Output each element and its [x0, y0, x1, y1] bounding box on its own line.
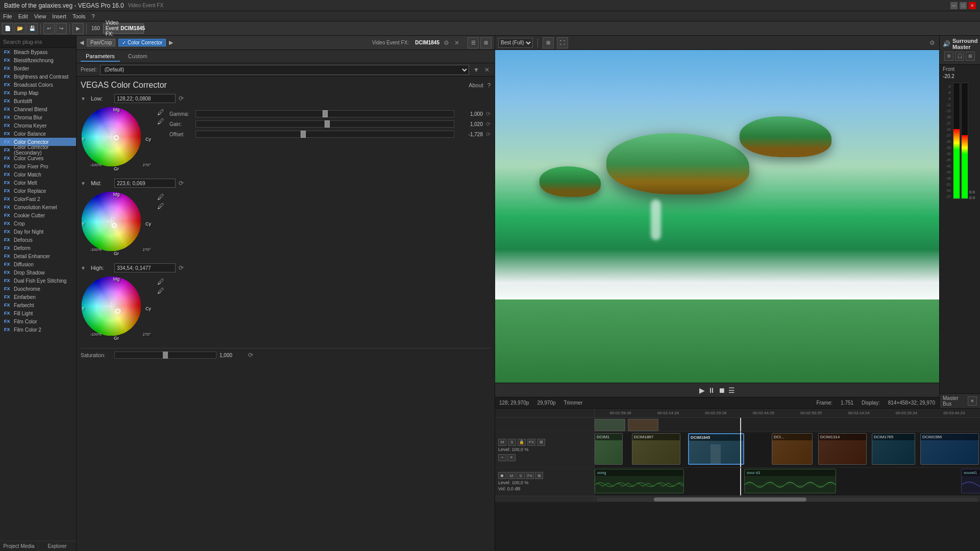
surround-settings-button[interactable]: ⚙ [944, 52, 953, 61]
saturation-slider[interactable] [114, 352, 216, 359]
cc-mid-eyedropper-bottom-button[interactable]: 🖊 [157, 202, 164, 210]
offset-slider[interactable] [195, 131, 454, 138]
fx-item-film-color[interactable]: FXFilm Color [0, 317, 76, 325]
video-track-fx-button[interactable]: FX [527, 439, 535, 446]
undo-button[interactable]: ↩ [43, 23, 55, 34]
fx-item-convolution-kernel[interactable]: FXConvolution Kernel [0, 203, 76, 211]
vfx-back-button[interactable]: ◀ [80, 39, 84, 46]
surround-config-button[interactable]: ⊞ [966, 52, 975, 61]
vfx-list-view-button[interactable]: ☰ [468, 37, 479, 48]
vfx-close-button[interactable]: ✕ [453, 39, 460, 46]
fx-item-colorfast-2[interactable]: FXColorFast 2 [0, 195, 76, 203]
cc-low-color-wheel[interactable] [81, 106, 142, 167]
video-track-comp-button[interactable]: ⊞ [537, 439, 545, 446]
timeline-scrollbar[interactable] [495, 496, 980, 502]
preview-area[interactable] [495, 50, 939, 383]
vfx-forward-button[interactable]: ▶ [169, 39, 173, 46]
fx-item-broadcast-colors[interactable]: FXBroadcast Colors [0, 81, 76, 89]
quality-select[interactable]: Best (Full) [498, 38, 533, 48]
audio-clip-sourd1[interactable]: sour d1 [744, 469, 836, 493]
cc-low-value-input[interactable] [114, 94, 176, 103]
loop-button[interactable]: ☰ [728, 386, 735, 394]
fx-item-diffusion[interactable]: FXDiffusion [0, 260, 76, 268]
color-corrector-button[interactable]: ✓ Color Corrector [118, 39, 166, 46]
clip-dcim1314[interactable]: DCIM1314 [818, 433, 867, 465]
audio-track-fx-button[interactable]: FX [526, 472, 534, 479]
fx-item-duochrome[interactable]: FXDuochrome [0, 285, 76, 293]
cc-high-collapse[interactable]: ▼ [81, 265, 86, 271]
stop-button[interactable]: ⏹ [718, 386, 725, 394]
fx-item-chroma-keyer[interactable]: FXChroma Keyer [0, 121, 76, 130]
cc-low-eyedropper-bottom-button[interactable]: 🖊 [157, 117, 164, 126]
fx-item-color-replace[interactable]: FXColor Replace [0, 187, 76, 195]
gamma-reset-button[interactable]: ⟳ [486, 111, 491, 117]
cc-mid-reset-button[interactable]: ⟳ [179, 180, 184, 187]
fx-item-brightness-and-contrast[interactable]: FXBrightness and Contrast [0, 72, 76, 81]
timeline-scrollbar-thumb[interactable] [654, 497, 806, 502]
cc-about-button[interactable]: About [469, 82, 483, 88]
clip-dcim1765[interactable]: DCIM1765 [872, 433, 915, 465]
cc-mid-value-input[interactable] [114, 179, 176, 188]
fx-search-input[interactable] [0, 36, 76, 48]
clip-dcim1845[interactable]: DCIM1845 [688, 433, 744, 465]
preview-fullscreen-button[interactable]: ⛶ [557, 37, 568, 48]
redo-button[interactable]: ↪ [56, 23, 67, 34]
audio-track-solo-button[interactable]: S [517, 472, 525, 479]
audio-clip-song[interactable]: song [595, 469, 684, 493]
preview-settings-button[interactable]: ⚙ [928, 39, 936, 46]
fx-item-deform[interactable]: FXDeform [0, 244, 76, 252]
video-track-solo-button[interactable]: S [508, 439, 516, 446]
menu-view[interactable]: View [34, 13, 46, 19]
clip-dcim1867[interactable]: DCIM1867 [632, 433, 680, 465]
minimize-button[interactable]: ─ [950, 2, 958, 9]
fx-item-farbecht[interactable]: FXFarbecht [0, 301, 76, 309]
saturation-reset-button[interactable]: ⟳ [248, 352, 253, 359]
preview-split-button[interactable]: ⊞ [543, 37, 554, 48]
surround-headphones-button[interactable]: 🎧 [955, 52, 964, 61]
tab-custom[interactable]: Custom [123, 52, 153, 62]
cc-high-reset-button[interactable]: ⟳ [179, 264, 184, 271]
cc-mid-eyedropper-top-button[interactable]: 🖊 [157, 193, 164, 201]
fx-item-cookie-cutter[interactable]: FXCookie Cutter [0, 211, 76, 219]
fx-item-channel-blend[interactable]: FXChannel Blend [0, 105, 76, 113]
menu-help[interactable]: ? [92, 13, 95, 19]
preset-close-button[interactable]: ✕ [483, 66, 491, 73]
audio-track-record-button[interactable]: ⏺ [498, 472, 506, 479]
cc-high-color-wheel[interactable] [81, 276, 142, 337]
timeline-scrollbar-track[interactable] [597, 497, 978, 502]
fx-item-color-balance[interactable]: FXColor Balance [0, 130, 76, 138]
tab-project-media[interactable]: Project Media [0, 541, 38, 551]
menu-edit[interactable]: Edit [18, 13, 28, 19]
render-button[interactable]: ▶ [72, 23, 84, 34]
cc-high-value-input[interactable] [114, 263, 176, 272]
offset-reset-button[interactable]: ⟳ [486, 131, 491, 138]
fx-item-bump-map[interactable]: FXBump Map [0, 89, 76, 97]
fx-item-color-corrector-(secondary)[interactable]: FXColor Corrector (Secondary) [0, 146, 76, 154]
fx-item-bleach-bypass[interactable]: FXBleach Bypass [0, 48, 76, 56]
fx-item-einfarben[interactable]: FXEinfarben [0, 293, 76, 301]
tab-parameters[interactable]: Parameters [81, 52, 120, 62]
menu-tools[interactable]: Tools [72, 13, 86, 19]
play-button[interactable]: ▶ [699, 386, 705, 394]
video-track-content[interactable]: DCIM1 DCIM1867 DCIM1845 DCI... DCIM1314 [595, 432, 980, 467]
thumbnail-track-content[interactable] [595, 418, 980, 432]
save-button[interactable]: 💾 [27, 23, 38, 34]
tab-explorer[interactable]: Explorer [38, 541, 76, 551]
clip-dci[interactable]: DCI... [772, 433, 813, 465]
clip-1[interactable]: DCIM1 [595, 433, 623, 465]
close-button[interactable]: ✕ [969, 2, 976, 9]
fx-item-chroma-blur[interactable]: FXChroma Blur [0, 113, 76, 121]
audio-clip-sound1[interactable]: sound1 [961, 469, 980, 493]
video-track-lock-button[interactable]: 🔒 [518, 439, 526, 446]
fx-item-color-match[interactable]: FXColor Match [0, 170, 76, 179]
master-bus-close-button[interactable]: ✕ [968, 396, 977, 406]
gain-reset-button[interactable]: ⟳ [486, 121, 491, 128]
audio-track-content[interactable]: song sour d1 sound1 [595, 468, 980, 495]
fx-item-fill-light[interactable]: FXFill Light [0, 309, 76, 317]
cc-high-eyedropper-bottom-button[interactable]: 🖊 [157, 287, 164, 295]
cc-low-reset-button[interactable]: ⟳ [179, 95, 184, 102]
audio-track-mute-button[interactable]: M [507, 472, 516, 479]
fx-item-crop[interactable]: FXCrop [0, 219, 76, 228]
fx-item-drop-shadow[interactable]: FXDrop Shadow [0, 268, 76, 277]
preset-menu-button[interactable]: ▼ [472, 66, 480, 73]
